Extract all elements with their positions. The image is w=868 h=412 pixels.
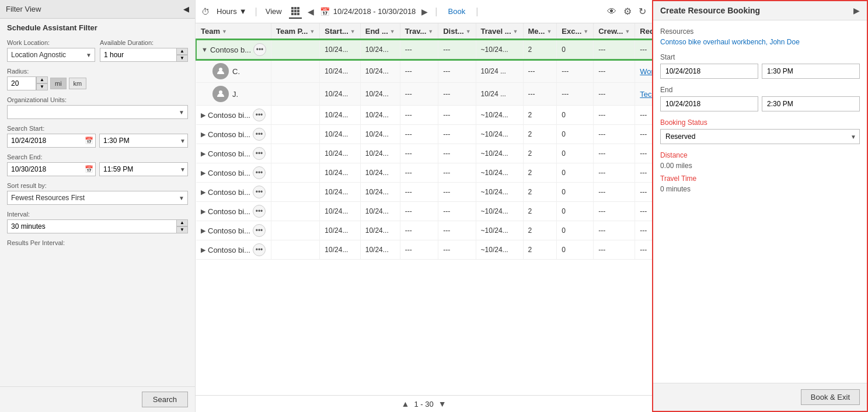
search-end-time-select[interactable]: 11:59 PM <box>99 162 188 176</box>
col-end[interactable]: End ... ▼ <box>360 23 400 40</box>
end-input-row <box>660 96 860 111</box>
right-panel-header: Create Resource Booking ▶ <box>653 1 867 20</box>
radius-down-btn[interactable]: ▼ <box>36 83 48 90</box>
row-expand-icon[interactable]: ▶ <box>201 111 205 119</box>
refresh-icon[interactable]: ↻ <box>639 6 646 17</box>
table-row[interactable]: ▶Contoso bi...••• 10/24...10/24...------… <box>196 183 652 202</box>
search-start-date-input[interactable] <box>7 134 96 148</box>
row-more-btn[interactable]: ••• <box>253 128 266 141</box>
unit-mi-btn[interactable]: mi <box>50 78 67 89</box>
row-expand-icon[interactable]: ▼ <box>201 46 208 53</box>
org-units-select[interactable] <box>7 105 188 119</box>
table-row[interactable]: C. 10/24... 10/24... --- --- 10/24 ... -… <box>196 60 652 83</box>
search-start-time-select[interactable]: 1:30 PM <box>99 134 188 148</box>
table-row[interactable]: J. 10/24... 10/24... --- --- 10/24 ... -… <box>196 83 652 106</box>
right-panel-expand-icon[interactable]: ▶ <box>853 6 860 15</box>
available-duration-input[interactable] <box>100 48 188 62</box>
page-prev-btn[interactable]: ▲ <box>402 399 410 408</box>
radius-up-btn[interactable]: ▲ <box>36 76 48 83</box>
row-more-btn[interactable]: ••• <box>253 109 266 121</box>
next-date-button[interactable]: ▶ <box>419 5 430 19</box>
row-more-btn[interactable]: ••• <box>253 243 266 256</box>
row-expand-icon[interactable]: ▶ <box>201 227 205 235</box>
grid-view-icon[interactable] <box>289 5 302 19</box>
hours-button[interactable]: Hours ▼ <box>213 5 250 18</box>
org-units-section: Organizational Units: ▼ <box>7 96 188 119</box>
end-time-input[interactable] <box>762 96 860 111</box>
table-row[interactable]: ▶Contoso bi...••• 10/24...10/24...------… <box>196 240 652 260</box>
interval-spinner: ▲ ▼ <box>7 219 188 233</box>
schedule-assistant-filter-title: Schedule Assistant Filter <box>0 19 195 34</box>
col-crew[interactable]: Crew... ▼ <box>594 23 635 40</box>
col-exc[interactable]: Exc... ▼ <box>557 23 594 40</box>
row-expand-icon[interactable]: ▶ <box>201 150 205 158</box>
radius-row: ▲ ▼ mi km <box>7 76 188 90</box>
row-crew: --- <box>594 40 635 60</box>
view-button[interactable]: View <box>262 5 285 18</box>
table-row[interactable]: ▶Contoso bi...••• 10/24...10/24...------… <box>196 106 652 125</box>
left-panel: Filter View ◀ Schedule Assistant Filter … <box>0 0 196 412</box>
row-more-btn[interactable]: ••• <box>253 205 266 218</box>
duration-up-btn[interactable]: ▲ <box>176 48 188 55</box>
search-end-date-wrapper: 📅 <box>7 162 96 176</box>
row-more-btn[interactable]: ••• <box>253 186 266 198</box>
table-row[interactable]: ▶Contoso bi...••• 10/24...10/24...------… <box>196 221 652 240</box>
unit-km-btn[interactable]: km <box>69 78 87 89</box>
search-end-date-input[interactable] <box>7 162 96 176</box>
interval-section: Interval: ▲ ▼ <box>7 211 188 233</box>
col-trav[interactable]: Trav... ▼ <box>400 23 438 40</box>
page-next-btn[interactable]: ▼ <box>438 399 447 408</box>
row-expand-icon[interactable]: ▶ <box>201 188 205 196</box>
row-more-btn[interactable]: ••• <box>253 147 266 160</box>
prev-date-button[interactable]: ◀ <box>305 5 316 19</box>
interval-input[interactable] <box>7 219 188 233</box>
book-button[interactable]: Book <box>442 5 472 18</box>
row-more-btn[interactable]: ••• <box>253 224 266 237</box>
start-date-input[interactable] <box>660 64 758 79</box>
table-row[interactable]: ▼ Contoso b... ••• 10/24... 10/24... ---… <box>196 40 652 60</box>
table-row[interactable]: ▶Contoso bi...••• 10/24...10/24...------… <box>196 144 652 163</box>
distance-label: Distance <box>660 151 860 159</box>
radius-label: Radius: <box>7 68 188 75</box>
data-table: Team ▼ Team P... ▼ Start... ▼ End ... ▼ … <box>196 23 652 260</box>
eye-icon[interactable]: 👁 <box>607 6 616 17</box>
row-expand-icon[interactable]: ▶ <box>201 208 205 215</box>
row-more-btn[interactable]: ••• <box>253 43 266 56</box>
duration-down-btn[interactable]: ▼ <box>176 55 188 62</box>
col-start[interactable]: Start... ▼ <box>320 23 360 40</box>
table-row[interactable]: ▶Contoso bi...••• 10/24...10/24...------… <box>196 202 652 221</box>
search-end-time-wrapper: 11:59 PM ▼ <box>99 162 188 176</box>
interval-up-btn[interactable]: ▲ <box>176 219 188 226</box>
technician-link[interactable]: Technici... <box>640 90 652 99</box>
interval-spinner-btns: ▲ ▼ <box>176 219 188 233</box>
hours-label: Hours <box>217 7 237 16</box>
collapse-panel-icon[interactable]: ◀ <box>183 5 189 13</box>
start-time-input[interactable] <box>762 64 860 79</box>
org-units-select-wrapper: ▼ <box>7 105 188 119</box>
row-more-btn[interactable]: ••• <box>253 166 266 179</box>
col-team[interactable]: Team ▼ <box>196 23 271 40</box>
row-expand-icon[interactable]: ▶ <box>201 246 205 254</box>
radius-input[interactable] <box>7 76 36 90</box>
col-req[interactable]: Requir... ▼ <box>635 23 652 40</box>
end-date-input[interactable] <box>660 96 758 111</box>
distance-section: Distance 0.00 miles <box>660 151 860 170</box>
work-location-select[interactable]: Location Agnostic <box>7 48 95 62</box>
table-row[interactable]: ▶Contoso bi...••• 10/24...10/24...------… <box>196 163 652 183</box>
book-exit-button[interactable]: Book & Exit <box>801 389 860 405</box>
settings-icon[interactable]: ⚙ <box>623 6 632 17</box>
col-me[interactable]: Me... ▼ <box>523 23 557 40</box>
col-team-p[interactable]: Team P... ▼ <box>271 23 320 40</box>
sort-result-select[interactable]: Fewest Resources First <box>7 191 188 205</box>
search-button[interactable]: Search <box>142 392 188 407</box>
row-expand-icon[interactable]: ▶ <box>201 169 205 177</box>
booking-status-label: Booking Status <box>660 118 860 127</box>
table-row[interactable]: ▶Contoso bi...••• 10/24...10/24...------… <box>196 125 652 144</box>
row-expand-icon[interactable]: ▶ <box>201 131 205 138</box>
col-dist[interactable]: Dist... ▼ <box>438 23 476 40</box>
booking-status-select[interactable]: Reserved <box>660 129 860 144</box>
interval-down-btn[interactable]: ▼ <box>176 226 188 233</box>
col-travel[interactable]: Travel ... ▼ <box>476 23 523 40</box>
workbench-link[interactable]: Workbe... <box>640 67 652 76</box>
search-end-label: Search End: <box>7 153 188 160</box>
